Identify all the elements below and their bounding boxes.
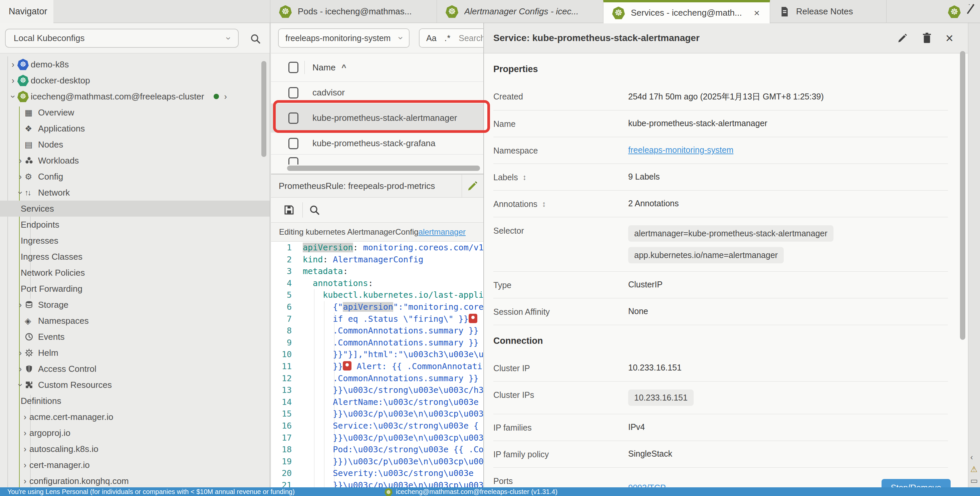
applications-diamonds-icon: ❖: [25, 124, 38, 134]
table-row-kube-prometheus-stack-grafana[interactable]: kube-prometheus-stack-grafana: [271, 132, 483, 154]
namespace-selector-value: freeleaps-monitoring-system: [285, 33, 391, 43]
editor-line: 10}}"}],"html":"\u003ch3\u003e\u: [271, 348, 483, 361]
tab-services-icecheng-math[interactable]: ☸Services - icecheng@math...×: [603, 0, 770, 23]
kubeconfig-selector[interactable]: Local Kubeconfigs ›: [5, 29, 239, 48]
chevron-right-icon[interactable]: ›: [21, 476, 29, 486]
save-icon[interactable]: [283, 204, 295, 216]
cluster-status-text[interactable]: icecheng@mathmast.com@freeleaps-cluster …: [396, 488, 557, 496]
sidebar-item-endpoints[interactable]: Endpoints: [0, 217, 270, 233]
tab-alertmanager-configs-icec[interactable]: ☸Alertmanager Configs - icec...: [437, 0, 603, 23]
sort-toggle-icon[interactable]: ↕: [523, 173, 527, 182]
sidebar-item-port-forwarding[interactable]: Port Forwarding: [0, 281, 270, 297]
select-all-checkbox[interactable]: [288, 62, 298, 73]
sidebar-item-docker-desktop[interactable]: ›☸docker-desktop: [0, 72, 270, 89]
row-checkbox[interactable]: [288, 87, 298, 99]
row-checkbox[interactable]: [288, 113, 298, 124]
property-label: IP family policy: [493, 449, 628, 459]
service-name: kube-prometheus-stack-grafana: [312, 138, 436, 148]
sidebar-item-config[interactable]: ›⚙Config: [0, 169, 270, 184]
close-icon[interactable]: ×: [946, 31, 953, 45]
sidebar-item-namespaces[interactable]: ◈Namespaces: [0, 313, 270, 329]
sidebar-item-network[interactable]: ›↑↓Network: [0, 184, 270, 200]
chevron-right-icon[interactable]: ›: [9, 60, 18, 70]
table-row-kube-prometheus-stack-alertmanager[interactable]: kube-prometheus-stack-alertmanager: [271, 104, 483, 132]
editor-search-icon[interactable]: [309, 204, 320, 216]
sidebar-item-storage[interactable]: ›Storage: [0, 297, 270, 313]
sidebar-item-helm[interactable]: ›Helm: [0, 345, 270, 361]
details-scrollbar[interactable]: [960, 51, 965, 340]
editor-line: 5kubectl.kubernetes.io/last-applied-c: [271, 289, 483, 301]
delete-icon[interactable]: [921, 32, 932, 44]
sidebar-item-nodes[interactable]: ▤Nodes: [0, 137, 270, 153]
sidebar-item-configuration-konghq-com[interactable]: ›configuration.konghq.com: [0, 473, 270, 487]
search-input[interactable]: Aa .* Search: [419, 29, 483, 48]
sidebar-item-services[interactable]: Services: [0, 200, 270, 217]
row-checkbox[interactable]: [288, 157, 298, 165]
chevron-right-icon[interactable]: ›: [16, 172, 25, 181]
collapse-icon[interactable]: ‹: [970, 453, 973, 462]
details-title: Service: kube-prometheus-stack-alertmana…: [493, 33, 700, 43]
prometheus-rule-bar[interactable]: PrometheusRule: freepeals-prod-metrics: [271, 173, 483, 197]
kubernetes-olive-icon: ☸: [18, 91, 31, 102]
chevron-down-icon[interactable]: ›: [16, 188, 25, 197]
editor-line: 1apiVersion: monitoring.coreos.com/v1: [271, 242, 483, 254]
tab-pods-icecheng-mathmas[interactable]: ☸Pods - icecheng@mathmas...: [270, 0, 437, 23]
sidebar-item-ingress-classes[interactable]: Ingress Classes: [0, 249, 270, 265]
sidebar-item-acme-cert-manager-io[interactable]: ›acme.cert-manager.io: [0, 409, 270, 425]
sidebar-item-ingresses[interactable]: Ingresses: [0, 233, 270, 249]
navigator-tab[interactable]: Navigator: [0, 0, 53, 23]
chevron-right-icon[interactable]: ›: [21, 412, 29, 422]
chevron-down-icon[interactable]: ›: [16, 380, 25, 389]
line-number: 8: [271, 325, 303, 337]
property-link[interactable]: freeleaps-monitoring-system: [628, 145, 733, 154]
row-checkbox[interactable]: [288, 138, 298, 149]
chevron-right-icon[interactable]: ›: [16, 364, 25, 374]
match-case-icon[interactable]: Aa: [426, 33, 437, 43]
table-row-cadvisor[interactable]: cadvisor: [271, 82, 483, 104]
chevron-right-icon[interactable]: ›: [16, 300, 25, 310]
property-label: Labels↕: [493, 172, 628, 182]
warning-icon[interactable]: ⚠: [970, 465, 978, 474]
sidebar-item-demo-k8s[interactable]: ›☸demo-k8s: [0, 56, 270, 72]
sidebar-item-workloads[interactable]: ›Workloads: [0, 153, 270, 169]
sidebar-item-events[interactable]: Events: [0, 329, 270, 345]
port-link[interactable]: 9093/TCP: [628, 483, 666, 488]
horizontal-scrollbar[interactable]: [287, 165, 480, 171]
sidebar-item-definitions[interactable]: Definitions: [0, 393, 270, 409]
namespaces-diamond-icon: ◈: [25, 316, 38, 326]
editor-context-link[interactable]: alertmanager: [418, 227, 466, 237]
sidebar-item-applications[interactable]: ❖Applications: [0, 121, 270, 137]
edit-rule-icon[interactable]: [462, 180, 483, 192]
sidebar-item-icecheng-mathmast-com-freeleaps-cluster[interactable]: ›☸icecheng@mathmast.com@freeleaps-cluste…: [0, 89, 270, 105]
tab-label: Pods - icecheng@mathmas...: [298, 6, 428, 17]
chevron-right-icon[interactable]: ›: [224, 92, 227, 102]
edit-icon[interactable]: [897, 32, 908, 44]
column-header-name[interactable]: Name: [312, 62, 336, 73]
table-row-partial[interactable]: [271, 154, 483, 165]
tab-release-notes[interactable]: Release Notes: [770, 0, 886, 23]
port-stop-remove-button[interactable]: Stop/Remove: [881, 479, 951, 487]
close-tab-icon[interactable]: ×: [752, 7, 761, 19]
sort-toggle-icon[interactable]: ↕: [542, 200, 546, 208]
chevron-right-icon[interactable]: ›: [9, 76, 18, 86]
yaml-editor[interactable]: 1apiVersion: monitoring.coreos.com/v12ki…: [271, 242, 483, 487]
chevron-down-icon[interactable]: ›: [8, 92, 18, 101]
sidebar-item-argoproj-io[interactable]: ›argoproj.io: [0, 425, 270, 441]
search-icon[interactable]: [250, 33, 261, 45]
chevron-right-icon[interactable]: ›: [21, 428, 29, 438]
sidebar-item-custom-resources[interactable]: ›Custom Resources: [0, 377, 270, 393]
sidebar-item-network-policies[interactable]: Network Policies: [0, 265, 270, 281]
panel-icon[interactable]: ▭: [970, 476, 978, 485]
sidebar-item-access-control[interactable]: ›Access Control: [0, 361, 270, 377]
regex-icon[interactable]: .*: [445, 33, 451, 43]
kubernetes-tab-icon[interactable]: ☸: [948, 5, 961, 18]
chevron-right-icon[interactable]: ›: [21, 444, 29, 454]
sidebar-item-autoscaling-k8s-io[interactable]: ›autoscaling.k8s.io: [0, 441, 270, 457]
chevron-right-icon[interactable]: ›: [21, 460, 29, 470]
sidebar-scrollbar[interactable]: [261, 61, 266, 157]
namespace-selector[interactable]: freeleaps-monitoring-system ›: [278, 29, 410, 48]
sidebar-item-cert-manager-io[interactable]: ›cert-manager.io: [0, 457, 270, 473]
chevron-right-icon[interactable]: ›: [16, 348, 25, 358]
chevron-right-icon[interactable]: ›: [16, 156, 25, 165]
sidebar-item-overview[interactable]: ▦Overview: [0, 105, 270, 121]
